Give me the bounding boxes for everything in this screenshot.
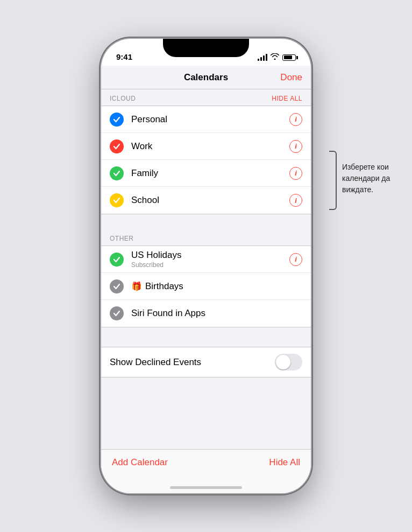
birthdays-check-dot <box>110 279 124 293</box>
siri-check-dot <box>110 306 124 320</box>
school-info-btn[interactable]: i <box>289 194 302 207</box>
siri-name: Siri Found in Apps <box>131 308 302 319</box>
holidays-check-dot <box>110 253 124 267</box>
calendar-item-school[interactable]: School i <box>101 187 311 214</box>
callout: Изберете кои календари да виждате. <box>329 151 407 210</box>
nav-title: Calendars <box>184 72 228 83</box>
hide-all-button[interactable]: Hide All <box>269 457 300 468</box>
wifi-icon <box>271 53 279 61</box>
icloud-section: ICLOUD HIDE ALL Personal i <box>101 89 311 214</box>
notch <box>163 39 249 57</box>
other-label: OTHER <box>110 235 134 242</box>
work-text: Work <box>131 141 283 152</box>
personal-text: Personal <box>131 114 283 125</box>
personal-name: Personal <box>131 114 283 125</box>
home-indicator <box>170 486 242 489</box>
birthdays-text: Birthdays <box>145 281 302 292</box>
callout-bracket <box>329 151 337 210</box>
work-info-btn[interactable]: i <box>289 140 302 153</box>
family-name: Family <box>131 168 283 179</box>
school-check-dot <box>110 193 124 207</box>
show-declined-events-row[interactable]: Show Declined Events <box>101 347 311 377</box>
calendar-item-us-holidays[interactable]: US Holidays Subscribed i <box>101 246 311 273</box>
birthdays-name: Birthdays <box>145 281 302 292</box>
show-declined-label: Show Declined Events <box>110 357 201 368</box>
toggle-knob <box>276 355 290 369</box>
show-declined-toggle[interactable] <box>275 354 302 370</box>
personal-check-dot <box>110 113 124 127</box>
family-text: Family <box>131 168 283 179</box>
calendar-item-personal[interactable]: Personal i <box>101 106 311 133</box>
add-calendar-button[interactable]: Add Calendar <box>112 457 168 468</box>
school-name: School <box>131 195 283 206</box>
school-text: School <box>131 195 283 206</box>
other-list: US Holidays Subscribed i 🎁 Birthdays <box>101 246 311 327</box>
work-check-dot <box>110 139 124 153</box>
calendar-item-family[interactable]: Family i <box>101 160 311 187</box>
other-section-header: OTHER <box>101 229 311 246</box>
calendar-item-birthdays[interactable]: 🎁 Birthdays <box>101 273 311 300</box>
icloud-section-header: ICLOUD HIDE ALL <box>101 89 311 106</box>
other-section: OTHER US Holidays Subscribed i <box>101 229 311 327</box>
personal-info-btn[interactable]: i <box>289 113 302 126</box>
holidays-text: US Holidays Subscribed <box>131 250 283 269</box>
family-info-btn[interactable]: i <box>289 167 302 180</box>
calendar-item-work[interactable]: Work i <box>101 133 311 160</box>
holidays-sub: Subscribed <box>131 261 283 269</box>
holidays-name: US Holidays <box>131 250 283 261</box>
settings-section: Show Declined Events <box>101 347 311 377</box>
callout-text: Изберете кои календари да виждате. <box>342 162 407 195</box>
siri-text: Siri Found in Apps <box>131 308 302 319</box>
status-icons <box>258 53 296 62</box>
battery-icon <box>282 54 296 61</box>
work-name: Work <box>131 141 283 152</box>
done-button[interactable]: Done <box>280 72 302 83</box>
icloud-hide-all[interactable]: HIDE ALL <box>272 95 302 102</box>
content: ICLOUD HIDE ALL Personal i <box>101 89 311 493</box>
family-check-dot <box>110 166 124 180</box>
holidays-info-btn[interactable]: i <box>289 253 302 266</box>
nav-bar: Calendars Done <box>101 66 311 89</box>
icloud-label: ICLOUD <box>110 95 136 102</box>
icloud-list: Personal i Work i <box>101 106 311 214</box>
phone-frame: 9:41 <box>101 39 311 493</box>
status-time: 9:41 <box>116 52 132 62</box>
gift-icon: 🎁 <box>131 281 142 291</box>
signal-icon <box>258 54 267 61</box>
scene: 9:41 <box>0 0 412 532</box>
calendar-item-siri[interactable]: Siri Found in Apps <box>101 300 311 327</box>
